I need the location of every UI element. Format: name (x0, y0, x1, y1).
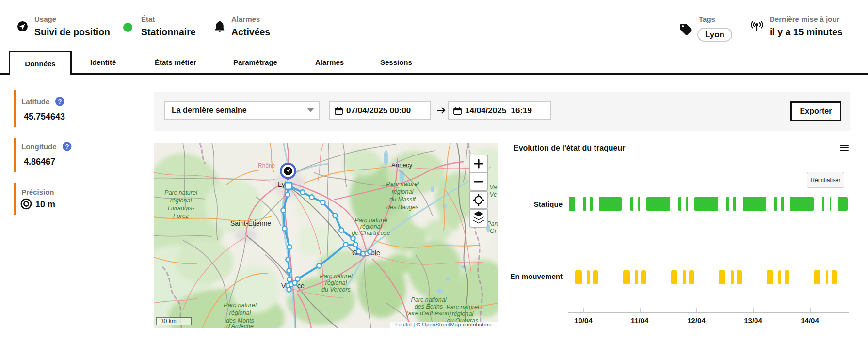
svg-text:Parc: Parc (487, 220, 498, 227)
svg-text:Saint-Étienne: Saint-Étienne (230, 219, 271, 227)
svg-text:régional: régional (360, 223, 383, 230)
svg-text:des Bauges: des Bauges (386, 204, 418, 211)
svg-text:Parc national: Parc national (411, 296, 447, 303)
svg-text:ce: ce (297, 282, 305, 290)
svg-text:Parc naturel: Parc naturel (320, 273, 353, 279)
svg-text:Annecy: Annecy (391, 161, 413, 169)
svg-text:régional: régional (325, 279, 348, 286)
svg-text:?: ? (65, 143, 69, 150)
svg-text:régional: régional (170, 197, 193, 204)
svg-text:Parc naturel: Parc naturel (354, 217, 388, 224)
svg-text:régional: régional (229, 309, 252, 316)
svg-text:Parc naturel: Parc naturel (386, 181, 419, 187)
svg-text:de Chartreuse: de Chartreuse (352, 230, 390, 236)
svg-text:régional: régional (392, 188, 414, 195)
svg-text:?: ? (58, 98, 62, 105)
svg-text:Gr: Gr (490, 228, 497, 234)
svg-text:Livradois-: Livradois- (168, 205, 194, 212)
svg-text:du Massif: du Massif (389, 196, 416, 203)
svg-text:Parc naturel: Parc naturel (446, 304, 480, 310)
svg-text:Vc: Vc (490, 191, 497, 198)
svg-text:des Écrins: des Écrins (415, 303, 443, 310)
svg-text:(aire d'adhésion): (aire d'adhésion) (406, 310, 451, 317)
svg-text:Parc naturel: Parc naturel (164, 189, 198, 196)
svg-text:Va: Va (490, 184, 497, 191)
svg-text:d'Ardèche: d'Ardèche (226, 323, 254, 328)
svg-text:Leaflet | © OpenStreetMap cont: Leaflet | © OpenStreetMap contributors (395, 322, 491, 327)
svg-text:Ly: Ly (278, 180, 286, 188)
svg-text:Parc naturel: Parc naturel (224, 302, 257, 309)
svg-text:du Vercors: du Vercors (321, 286, 351, 293)
svg-text:régional: régional (452, 310, 474, 317)
svg-text:Forez: Forez (173, 213, 189, 219)
svg-text:Rhône: Rhône (258, 162, 275, 169)
svg-text:30 km: 30 km (161, 318, 177, 325)
